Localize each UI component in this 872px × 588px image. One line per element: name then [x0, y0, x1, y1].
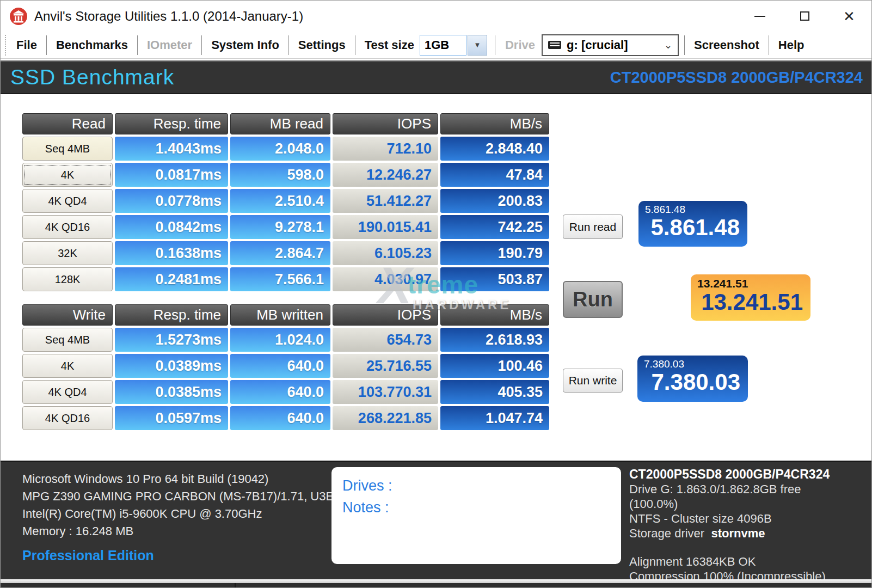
- read-mb-cell: 2.510.4: [230, 189, 330, 213]
- write-mb-cell: 1.024.0: [230, 328, 330, 352]
- read-mb-cell: 2.048.0: [230, 137, 330, 161]
- close-button[interactable]: ✕: [827, 1, 871, 32]
- drive-value: g: [crucial]: [567, 38, 664, 52]
- read-resp-time-cell: 0.0778ms: [115, 189, 228, 213]
- close-icon: ✕: [843, 9, 855, 23]
- read-resp-time-cell: 0.0817ms: [115, 163, 228, 187]
- write-mbs-cell: 2.618.93: [440, 328, 549, 352]
- read-test-button-128k[interactable]: 128K: [22, 267, 113, 291]
- system-info-block: Microsoft Windows 10 Pro 64 bit Build (1…: [22, 470, 340, 564]
- menu-item-file[interactable]: File: [7, 38, 46, 52]
- read-iops-cell: 190.015.41: [333, 215, 438, 239]
- edition-label: Professional Edition: [22, 547, 340, 564]
- write-test-button-4k-qd4[interactable]: 4K QD4: [22, 380, 113, 404]
- run-button[interactable]: Run: [563, 281, 623, 318]
- read-header-iops: IOPS: [333, 113, 438, 134]
- title-bar: Anvil's Storage Utilities 1.1.0 (2014-Ja…: [1, 1, 871, 32]
- minimize-button[interactable]: [738, 1, 782, 32]
- write-header-resp-time: Resp. time: [115, 304, 228, 326]
- read-score-small: 5.861.48: [645, 204, 740, 216]
- write-header-mb-s: MB/s: [440, 304, 549, 326]
- read-resp-time-cell: 0.1638ms: [115, 241, 228, 265]
- notes-label: Notes :: [342, 497, 610, 518]
- write-score-box: 7.380.03 7.380.03: [637, 356, 748, 402]
- total-score-box: 13.241.51 13.241.51: [691, 274, 810, 321]
- write-iops-cell: 268.221.85: [333, 406, 438, 430]
- run-write-button[interactable]: Run write: [563, 369, 623, 393]
- read-header-resp-time: Resp. time: [115, 113, 228, 134]
- footer-divider: [1, 579, 871, 583]
- read-test-button-4k-qd4[interactable]: 4K QD4: [22, 189, 113, 213]
- menu-item-iometer: IOmeter: [138, 38, 201, 52]
- write-iops-cell: 103.770.31: [333, 380, 438, 404]
- write-test-button-seq-4mb[interactable]: Seq 4MB: [22, 328, 113, 352]
- write-test-button-4k-qd16[interactable]: 4K QD16: [22, 406, 113, 430]
- system-info-line: Memory : 16.248 MB: [22, 523, 340, 540]
- write-score-value: 7.380.03: [644, 371, 740, 394]
- write-header-mb-written: MB written: [230, 304, 330, 326]
- write-resp-time-cell: 0.0597ms: [115, 406, 228, 430]
- total-score-small: 13.241.51: [697, 277, 803, 290]
- read-iops-cell: 4.030.97: [333, 267, 438, 291]
- write-resp-time-cell: 1.5273ms: [115, 328, 228, 352]
- read-resp-time-cell: 0.2481ms: [115, 267, 228, 291]
- write-iops-cell: 25.716.55: [333, 354, 438, 378]
- system-info-line: MPG Z390 GAMING PRO CARBON (MS-7B17)/1.7…: [22, 488, 340, 505]
- drive-info-block: CT2000P5SSD8 2000GB/P4CR324 Drive G: 1.8…: [629, 467, 852, 584]
- drive-info-line: Drive G: 1.863.0/1.862.8GB free (100.0%): [629, 482, 852, 511]
- read-test-button-4k-qd16[interactable]: 4K QD16: [22, 215, 113, 239]
- total-score-value: 13.241.51: [697, 291, 803, 314]
- drive-info-title: CT2000P5SSD8 2000GB/P4CR324: [629, 467, 852, 482]
- menu-item-benchmarks[interactable]: Benchmarks: [47, 38, 137, 52]
- read-score-box: 5.861.48 5.861.48: [638, 201, 747, 247]
- chevron-down-icon: ▼: [474, 41, 481, 49]
- menu-item-system-info[interactable]: System Info: [202, 38, 288, 52]
- test-size-select[interactable]: 1GB: [420, 35, 466, 56]
- read-mbs-cell: 190.79: [440, 241, 549, 265]
- test-size-label: Test size: [355, 38, 420, 52]
- menu-item-screenshot[interactable]: Screenshot: [685, 38, 769, 52]
- window-title: Anvil's Storage Utilities 1.1.0 (2014-Ja…: [34, 9, 303, 24]
- footer-panel: Microsoft Windows 10 Pro 64 bit Build (1…: [1, 461, 871, 579]
- test-size-dropdown-button[interactable]: ▼: [468, 35, 487, 56]
- maximize-button[interactable]: [782, 1, 827, 32]
- read-mb-cell: 9.278.1: [230, 215, 330, 239]
- write-header-write: Write: [22, 304, 113, 326]
- read-test-button-4k[interactable]: 4K: [22, 163, 113, 187]
- write-resp-time-cell: 0.0389ms: [115, 354, 228, 378]
- drive-select[interactable]: g: [crucial] ⌄: [542, 34, 679, 56]
- read-header-mb-read: MB read: [230, 113, 330, 134]
- read-test-button-32k[interactable]: 32K: [22, 241, 113, 265]
- write-score-small: 7.380.03: [644, 358, 740, 370]
- read-test-button-seq-4mb[interactable]: Seq 4MB: [22, 137, 113, 161]
- write-results-table: WriteResp. timeMB writtenIOPSMB/sSeq 4MB…: [22, 304, 549, 430]
- run-read-button[interactable]: Run read: [563, 215, 623, 239]
- read-mbs-cell: 503.87: [440, 267, 549, 291]
- menu-item-settings[interactable]: Settings: [289, 38, 355, 52]
- read-score-value: 5.861.48: [645, 216, 740, 239]
- write-resp-time-cell: 0.0385ms: [115, 380, 228, 404]
- read-iops-cell: 12.246.27: [333, 163, 438, 187]
- read-header-read: Read: [22, 113, 113, 134]
- drive-info-line: Alignment 16384KB OK: [629, 554, 852, 569]
- write-mbs-cell: 100.46: [440, 354, 549, 378]
- write-header-iops: IOPS: [333, 304, 438, 326]
- maximize-icon: [800, 11, 809, 21]
- read-iops-cell: 51.412.27: [333, 189, 438, 213]
- anvil-app-window: Anvil's Storage Utilities 1.1.0 (2014-Ja…: [0, 0, 872, 588]
- drive-info-line: NTFS - Cluster size 4096B: [629, 511, 852, 526]
- write-test-button-4k[interactable]: 4K: [22, 354, 113, 378]
- write-mbs-cell: 1.047.74: [440, 406, 549, 430]
- read-mb-cell: 2.864.7: [230, 241, 330, 265]
- drives-notes-area[interactable]: Drives :Notes :: [331, 467, 621, 564]
- read-mbs-cell: 2.848.40: [440, 137, 549, 161]
- benchmark-banner: SSD Benchmark CT2000P5SSD8 2000GB/P4CR32…: [1, 60, 871, 94]
- read-header-mb-s: MB/s: [440, 113, 549, 134]
- drive-icon: [548, 41, 561, 49]
- menu-bar: FileBenchmarksIOmeterSystem InfoSettings…: [1, 32, 871, 59]
- write-mb-cell: 640.0: [230, 406, 330, 430]
- menu-item-help[interactable]: Help: [769, 38, 814, 52]
- minimize-icon: [754, 16, 765, 17]
- chevron-down-icon: ⌄: [664, 39, 672, 51]
- read-resp-time-cell: 1.4043ms: [115, 137, 228, 161]
